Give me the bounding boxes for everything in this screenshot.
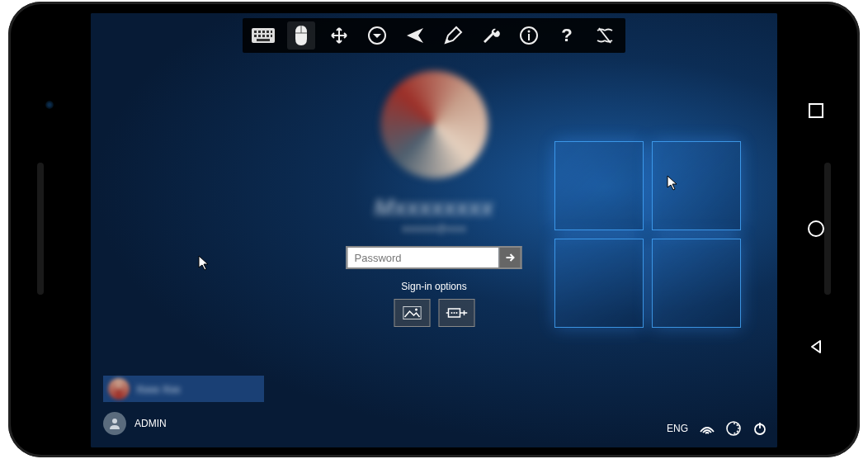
svg-rect-7 [271, 31, 272, 33]
svg-rect-9 [258, 35, 261, 37]
svg-point-1 [809, 221, 823, 236]
svg-text:?: ? [561, 26, 572, 45]
signin-options-row [394, 299, 474, 327]
submit-arrow-button[interactable] [499, 246, 522, 269]
android-back-button[interactable] [806, 337, 826, 357]
svg-rect-8 [254, 35, 257, 37]
svg-rect-13 [257, 39, 270, 41]
pen-icon[interactable] [439, 21, 467, 50]
wrench-icon[interactable] [477, 21, 505, 50]
android-recent-button[interactable] [806, 101, 826, 121]
svg-rect-6 [267, 31, 269, 33]
svg-point-30 [455, 312, 457, 314]
remote-control-toolbar: ? [243, 18, 625, 53]
person-icon [103, 412, 126, 435]
svg-rect-12 [271, 35, 272, 37]
user-admin-row[interactable]: ADMIN [103, 412, 167, 435]
picture-password-option[interactable] [394, 299, 430, 327]
svg-rect-10 [262, 35, 265, 37]
android-home-button[interactable] [806, 219, 826, 239]
help-icon[interactable]: ? [553, 21, 581, 50]
send-icon[interactable] [401, 21, 429, 50]
svg-point-23 [415, 309, 417, 311]
user-tile-selected[interactable]: Xxxx Xxx [103, 376, 264, 402]
svg-rect-11 [267, 35, 269, 37]
phone-camera [45, 101, 54, 109]
signin-options-label: Sign-in options [401, 281, 466, 292]
svg-rect-4 [258, 31, 261, 33]
ease-of-access-icon[interactable] [726, 421, 741, 436]
svg-point-18 [528, 31, 531, 33]
mouse-icon[interactable] [287, 21, 315, 50]
windows-logo [554, 141, 744, 331]
user-tile-avatar [108, 378, 130, 400]
svg-rect-5 [262, 31, 265, 33]
admin-label: ADMIN [134, 418, 167, 429]
user-display-name: Mxxxxxxxx [375, 195, 493, 221]
language-indicator[interactable]: ENG [667, 423, 688, 434]
keyboard-icon[interactable] [249, 21, 277, 50]
dropdown-icon[interactable] [363, 21, 391, 50]
svg-point-29 [453, 312, 455, 314]
android-nav [795, 51, 837, 406]
system-tray: ENG [667, 421, 767, 436]
power-icon[interactable] [752, 421, 767, 436]
password-input[interactable] [347, 246, 499, 269]
network-icon[interactable] [700, 422, 715, 435]
svg-rect-19 [528, 34, 530, 40]
cursor-icon [198, 255, 210, 272]
svg-point-28 [451, 312, 452, 314]
user-email: xxxxxxx@xxxx [402, 223, 466, 234]
info-icon[interactable] [515, 21, 543, 50]
phone-speaker-left [37, 163, 44, 295]
move-icon[interactable] [325, 21, 353, 50]
password-row [347, 246, 522, 269]
user-avatar [380, 71, 488, 178]
login-area: Mxxxxxxxx xxxxxxx@xxxx Sign-in options [347, 71, 522, 327]
phone-frame: ? Mxxxxxxxx xxxxxxx@xxxx Sign-in options [8, 2, 860, 457]
password-option[interactable] [438, 299, 474, 327]
cursor-icon [667, 175, 678, 192]
svg-point-31 [112, 419, 117, 424]
svg-rect-3 [254, 31, 257, 33]
disconnect-icon[interactable] [591, 21, 619, 50]
user-tile-name: Xxxx Xxx [136, 383, 180, 395]
remote-screen: ? Mxxxxxxxx xxxxxxx@xxxx Sign-in options [91, 13, 777, 447]
svg-rect-0 [809, 104, 823, 117]
